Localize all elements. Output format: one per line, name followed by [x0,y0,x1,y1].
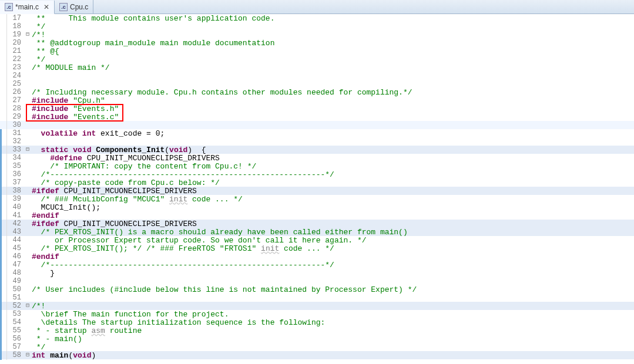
code-text[interactable]: /*! [32,31,634,39]
code-text[interactable]: #ifdef CPU_INIT_MCUONECLIPSE_DRIVERS [32,187,634,196]
code-line[interactable]: 57 */ [0,343,634,351]
code-text[interactable] [32,80,634,88]
code-text[interactable] [32,277,634,285]
code-text[interactable]: \details The startup initialization sequ… [32,318,634,327]
code-text[interactable]: /* Including necessary module. Cpu.h con… [32,88,634,97]
code-text[interactable]: \brief The main function for the project… [32,310,634,319]
line-number: 46 [7,252,24,261]
code-text[interactable]: volatile int exit_code = 0; [32,129,634,138]
code-line[interactable]: 46#endif [0,252,634,261]
code-text[interactable] [32,72,634,80]
fold-toggle[interactable]: ⊟ [24,302,32,311]
code-text[interactable]: /*--------------------------------------… [32,261,634,269]
code-line[interactable]: 25 [0,80,634,88]
code-line[interactable]: 53 \brief The main function for the proj… [0,310,634,318]
code-line[interactable]: 35 /* IMPORTANT: copy the content from C… [0,162,634,170]
code-line[interactable]: 54 \details The startup initialization s… [0,318,634,326]
code-line[interactable]: 51 [0,294,634,302]
code-text[interactable]: /* copy-paste code from Cpu.c below: */ [32,178,634,187]
code-line[interactable]: 40 MCUC1_Init(); [0,203,634,211]
line-number: 38 [7,187,24,196]
code-line[interactable]: 49 [0,277,634,285]
code-text[interactable]: ** This module contains user's applicati… [32,14,634,23]
code-line[interactable]: 31 volatile int exit_code = 0; [0,129,634,137]
fold-toggle [24,105,32,113]
code-line[interactable]: 27#include "Cpu.h" [0,96,634,105]
code-line[interactable]: 29#include "Events.c" [0,113,634,121]
code-text[interactable]: /*--------------------------------------… [32,170,634,179]
code-line[interactable]: 41#endif [0,211,634,220]
code-line[interactable]: 28#include "Events.h" [0,105,634,113]
code-line[interactable]: 21 ** @{ [0,47,634,55]
code-line[interactable]: 23/* MODULE main */ [0,63,634,72]
code-text[interactable]: #ifdef CPU_INIT_MCUONECLIPSE_DRIVERS [32,220,634,228]
code-text[interactable]: */ [32,343,634,352]
code-text[interactable]: #include "Events.h" [32,105,634,113]
code-line[interactable]: 39 /* ### McuLibConfig "MCUC1" init code… [0,195,634,203]
code-line[interactable]: 50/* User includes (#include below this … [0,285,634,294]
tab-cpu-c[interactable]: .c Cpu.c [55,0,93,14]
code-text[interactable]: */ [32,55,634,64]
code-editor[interactable]: 17 ** This module contains user's applic… [0,14,634,364]
code-line[interactable]: 45 /* PEX_RTOS_INIT(); */ /* ### FreeRTO… [0,244,634,252]
code-line[interactable]: 38#ifdef CPU_INIT_MCUONECLIPSE_DRIVERS [0,187,634,195]
code-line[interactable]: 43 /* PEX_RTOS_INIT() is a macro should … [0,228,634,236]
code-line[interactable]: 24 [0,72,634,80]
code-text[interactable]: MCUC1_Init(); [32,203,634,212]
code-text[interactable]: ** @{ [32,47,634,56]
code-text[interactable]: #define CPU_INIT_MCUONECLIPSE_DRIVERS [32,154,634,163]
code-text[interactable]: /* PEX_RTOS_INIT(); */ /* ### FreeRTOS "… [32,244,634,253]
fold-toggle[interactable]: ⊟ [24,31,32,39]
code-text[interactable]: /* User includes (#include below this li… [32,285,634,294]
code-line[interactable]: 55 * - startup asm routine [0,326,634,335]
code-line[interactable]: 22 */ [0,55,634,63]
code-line[interactable]: 34 #define CPU_INIT_MCUONECLIPSE_DRIVERS [0,154,634,162]
code-text[interactable]: */ [32,22,634,31]
code-line[interactable]: 17 ** This module contains user's applic… [0,14,634,22]
code-text[interactable]: } [32,269,634,278]
code-text[interactable]: #include "Cpu.h" [32,96,634,105]
code-line[interactable]: 47 /*-----------------------------------… [0,261,634,269]
code-line[interactable]: 56 * - main() [0,335,634,343]
tab-main-c[interactable]: .c *main.c ✕ [0,1,55,14]
fold-toggle [24,162,32,171]
code-line[interactable]: 44 or Processor Expert startup code. So … [0,236,634,244]
code-text[interactable] [32,137,634,146]
fold-toggle[interactable]: ⊟ [24,351,32,360]
code-text[interactable]: #endif [32,252,634,261]
code-text[interactable]: /* IMPORTANT: copy the content from Cpu.… [32,162,634,171]
code-text[interactable]: static void Components_Init(void) { [32,146,634,154]
code-text[interactable] [32,121,634,129]
code-line[interactable]: 48 } [0,269,634,277]
fold-toggle [24,228,32,237]
code-text[interactable]: #include "Events.c" [32,113,634,122]
code-text[interactable]: /* ### McuLibConfig "MCUC1" init code ..… [32,195,634,204]
code-text[interactable]: #endif [32,211,634,220]
code-text[interactable] [32,294,634,302]
code-line[interactable]: 36 /*-----------------------------------… [0,170,634,178]
code-text[interactable]: * - startup asm routine [32,326,634,335]
code-text[interactable]: /* PEX_RTOS_INIT() is a macro should alr… [32,228,634,237]
code-line[interactable]: 42#ifdef CPU_INIT_MCUONECLIPSE_DRIVERS [0,220,634,228]
fold-bar-cell [0,121,7,129]
code-line[interactable]: 30 [0,121,634,129]
code-line[interactable]: 37 /* copy-paste code from Cpu.c below: … [0,178,634,187]
code-line[interactable]: 19⊟/*! [0,31,634,39]
code-line[interactable]: 26/* Including necessary module. Cpu.h c… [0,88,634,96]
code-text[interactable]: /*! [32,302,634,311]
code-line[interactable]: 33⊟ static void Components_Init(void) { [0,146,634,154]
code-text[interactable]: or Processor Expert startup code. So we … [32,236,634,245]
fold-toggle [24,252,32,261]
code-line[interactable]: 20 ** @addtogroup main_module main modul… [0,39,634,47]
code-text[interactable]: * - main() [32,335,634,343]
code-text[interactable]: /* MODULE main */ [32,63,634,72]
code-text[interactable]: int main(void) [32,351,634,360]
code-line[interactable]: 52⊟/*! [0,302,634,310]
fold-toggle[interactable]: ⊟ [24,146,32,154]
code-line[interactable]: 58⊟int main(void) [0,351,634,359]
code-line[interactable]: 18 */ [0,22,634,31]
code-line[interactable]: 32 [0,137,634,146]
code-text[interactable]: ** @addtogroup main_module main module d… [32,39,634,48]
fold-toggle [24,220,32,228]
close-icon[interactable]: ✕ [43,3,49,11]
